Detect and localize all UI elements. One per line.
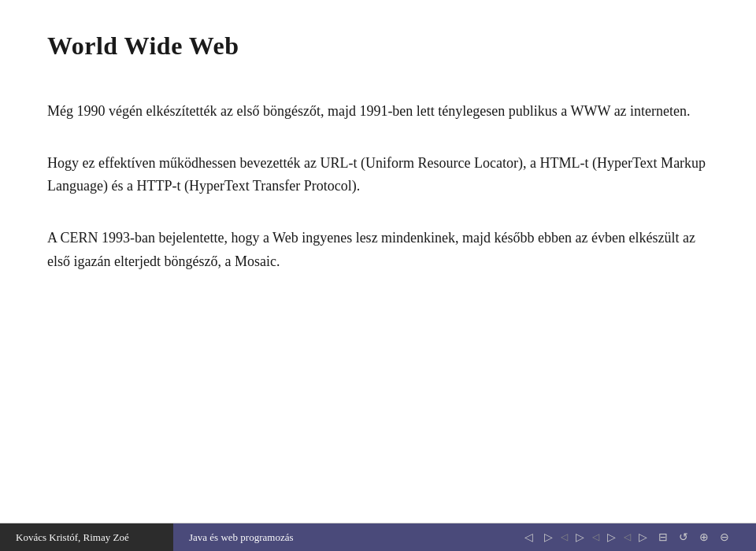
nav-refresh-icon[interactable]: ↺ [676, 529, 691, 545]
nav-list-icon[interactable]: ▷ [573, 529, 587, 545]
page-title: World Wide Web [47, 31, 709, 61]
footer-course: Java és web programozás ◁ ▷ ◁ ▷ ◁ ▷ ◁ ▷ … [173, 523, 756, 551]
nav-prev-first-icon[interactable]: ◁ [521, 529, 536, 545]
paragraph-1: Még 1990 végén elkészítették az első bön… [47, 100, 709, 124]
nav-sep-3: ◁ [624, 531, 631, 543]
nav-up-icon[interactable]: ▷ [604, 529, 619, 545]
nav-menu-icon[interactable]: ⊟ [655, 529, 671, 545]
paragraph-3: A CERN 1993-ban bejelentette, hogy a Web… [47, 227, 709, 273]
nav-sep-2: ◁ [592, 531, 599, 543]
nav-sep-1: ◁ [561, 531, 568, 543]
nav-prev-icon[interactable]: ▷ [541, 529, 556, 545]
footer-authors: Kovács Kristóf, Rimay Zoé [0, 523, 173, 551]
footer-nav: ◁ ▷ ◁ ▷ ◁ ▷ ◁ ▷ ⊟ ↺ ⊕ ⊖ [521, 529, 740, 545]
footer: Kovács Kristóf, Rimay Zoé Java és web pr… [0, 523, 756, 551]
main-content: World Wide Web Még 1990 végén elkészítet… [0, 0, 756, 273]
footer-authors-text: Kovács Kristóf, Rimay Zoé [16, 531, 129, 544]
nav-search-icon[interactable]: ⊕ [696, 529, 712, 545]
nav-zoom-icon[interactable]: ⊖ [717, 529, 732, 545]
nav-next-icon[interactable]: ▷ [636, 529, 650, 545]
paragraph-2: Hogy ez effektíven működhessen bevezetté… [47, 152, 709, 198]
footer-course-text: Java és web programozás [189, 531, 293, 544]
footer-right-inner: Java és web programozás ◁ ▷ ◁ ▷ ◁ ▷ ◁ ▷ … [189, 529, 740, 545]
